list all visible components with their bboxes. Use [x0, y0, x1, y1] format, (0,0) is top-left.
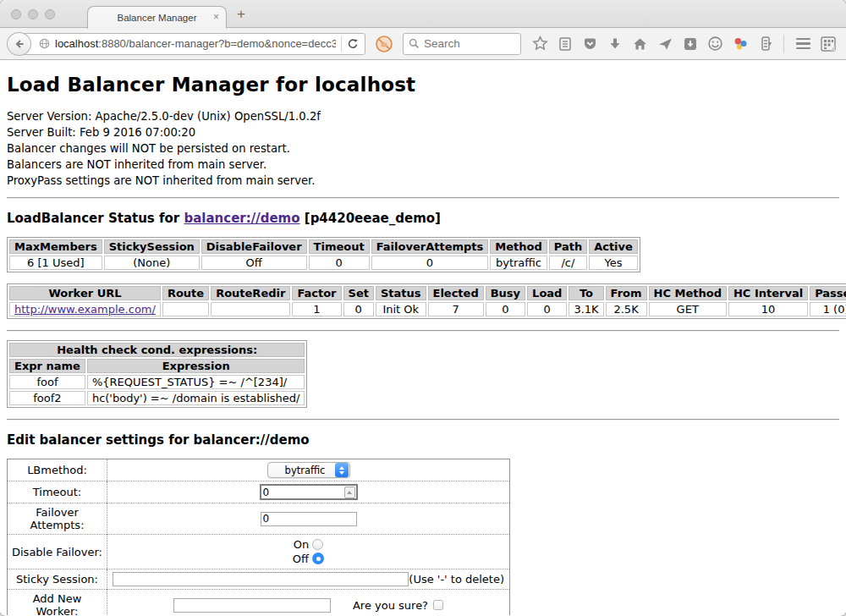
status-heading: LoadBalancer Status for balancer://demo …	[7, 211, 839, 226]
balancers-warning-line: Balancers are NOT inherited from main se…	[7, 157, 839, 173]
send-plane-icon[interactable]	[657, 36, 673, 52]
new-tab-button[interactable]: +	[237, 7, 245, 21]
add-worker-input[interactable]	[174, 599, 330, 612]
worker-url-link[interactable]: http://www.example.com/	[14, 303, 156, 316]
table-caption-row: Health check cond. expressions:	[9, 343, 305, 357]
timeout-input[interactable]	[261, 486, 344, 498]
are-you-sure-label: Are you sure?	[353, 599, 428, 612]
back-button[interactable]	[7, 32, 31, 56]
zoom-window-button[interactable]	[45, 9, 55, 19]
cell-failoverattempts: 0	[371, 256, 489, 270]
url-host: localhost	[55, 37, 98, 50]
cell-hc-interval: 10	[728, 302, 808, 316]
cell-expression: %{REQUEST_STATUS} =~ /^[234]/	[87, 375, 305, 389]
number-stepper-icon[interactable]	[344, 487, 355, 498]
col-passes: Passes	[810, 286, 846, 300]
cell-method: bytraffic	[490, 256, 547, 270]
col-expr-name: Expr name	[9, 359, 85, 373]
balancer-demo-link[interactable]: balancer://demo	[184, 211, 299, 226]
chevron-down-icon: ▾	[768, 40, 772, 47]
cell-to: 3.1K	[569, 302, 603, 316]
cell-maxmembers: 6 [1 Used]	[9, 256, 102, 270]
pocket-icon[interactable]	[582, 36, 598, 52]
browser-window: Balancer Manager × + localhost:8880/bala…	[0, 0, 846, 616]
col-hc-interval: HC Interval	[728, 286, 808, 300]
col-status: Status	[376, 286, 426, 300]
col-disablefailover: DisableFailover	[201, 239, 307, 254]
tab-close-icon[interactable]: ×	[213, 12, 219, 22]
divider	[7, 419, 839, 421]
add-worker-label: Add New Worker:	[8, 590, 107, 616]
cell-worker-url: http://www.example.com/	[9, 302, 161, 316]
cell-set: 0	[343, 302, 374, 316]
cell-timeout: 0	[309, 256, 370, 270]
sticky-input-wrap	[113, 572, 409, 586]
form-row-lbmethod: LBmethod: bytraffic	[8, 459, 510, 481]
cell-busy: 0	[486, 302, 525, 316]
page-content: Load Balancer Manager for localhost Serv…	[0, 60, 846, 615]
status-heading-prefix: LoadBalancer Status for	[7, 211, 179, 226]
col-load: Load	[527, 286, 567, 300]
home-icon[interactable]	[632, 36, 648, 52]
table-row: foof2 hc('body') =~ /domain is establish…	[9, 391, 305, 405]
radio-off-label: Off	[293, 553, 309, 565]
cell-stickysession: (None)	[104, 256, 200, 270]
form-row-add-worker: Add New Worker: Are you sure?	[8, 590, 510, 616]
url-text: localhost:8880/balancer-manager?b=demo&n…	[55, 37, 336, 50]
globe-icon	[39, 38, 50, 49]
chat-smiley-icon[interactable]	[707, 36, 723, 52]
sticky-session-input[interactable]	[113, 573, 408, 586]
radio-on[interactable]	[312, 539, 323, 550]
download-arrow-icon[interactable]	[607, 36, 623, 52]
cell-hc-method: GET	[649, 302, 727, 316]
search-icon	[409, 38, 420, 49]
cell-expr-name: foof2	[9, 391, 85, 405]
menu-hamburger-icon[interactable]	[796, 38, 810, 50]
lbmethod-selected-value: bytraffic	[277, 465, 334, 476]
table-header-row: Expr name Expression	[9, 359, 305, 373]
col-busy: Busy	[486, 286, 525, 300]
cell-active: Yes	[589, 256, 638, 270]
select-stepper-icon	[335, 463, 349, 477]
toolbar-separator	[783, 35, 784, 53]
cell-factor: 1	[292, 302, 341, 316]
reading-list-icon[interactable]	[558, 36, 573, 52]
col-expression: Expression	[87, 359, 305, 373]
disable-failover-label: Disable Failover:	[8, 535, 107, 569]
toolbar-icons: ▾	[532, 35, 837, 53]
tab-title: Balancer Manager	[118, 13, 197, 23]
close-window-button[interactable]	[11, 9, 21, 19]
cell-load: 0	[527, 302, 567, 316]
col-stickysession: StickySession	[104, 239, 200, 254]
col-route: Route	[162, 286, 209, 300]
search-bar[interactable]: Search	[403, 33, 521, 55]
col-elected: Elected	[428, 286, 484, 300]
table-row: 6 [1 Used] (None) Off 0 0 bytraffic /c/ …	[9, 256, 638, 270]
cell-from: 2.5K	[606, 302, 647, 316]
tile-grid-icon[interactable]	[820, 36, 837, 52]
content-blocked-icon[interactable]	[375, 35, 393, 53]
are-you-sure-checkbox[interactable]	[433, 600, 443, 610]
cell-expression: hc('body') =~ /domain is established/	[87, 391, 305, 405]
url-path: :8880/balancer-manager?b=demo&nonce=decc…	[98, 37, 336, 50]
download-panel-icon[interactable]	[683, 36, 698, 52]
radio-off-selected[interactable]	[312, 553, 324, 564]
worker-input-wrap	[173, 598, 331, 613]
table-row: http://www.example.com/ 1 0 Init Ok 7 0 …	[9, 302, 846, 316]
window-controls	[11, 9, 55, 19]
tab-balancer-manager[interactable]: Balancer Manager ×	[87, 6, 227, 29]
timeout-input-wrap	[260, 484, 358, 500]
sidebar-panel-group[interactable]: ▾	[758, 36, 772, 52]
failover-attempts-input[interactable]	[261, 513, 356, 525]
bookmark-star-icon[interactable]	[532, 36, 548, 52]
colored-dots-extension-icon[interactable]	[733, 36, 749, 52]
minimize-window-button[interactable]	[28, 9, 38, 19]
edit-settings-heading: Edit balancer settings for balancer://de…	[7, 432, 839, 448]
cell-passes: 1 (0)	[810, 302, 846, 316]
proxypass-warning-line: ProxyPass settings are NOT inherited fro…	[7, 173, 839, 189]
address-bar[interactable]: localhost:8880/balancer-manager?b=demo&n…	[19, 33, 365, 55]
table-header-row: MaxMembers StickySession DisableFailover…	[9, 239, 638, 254]
lbmethod-select[interactable]: bytraffic	[267, 462, 350, 478]
url-group: localhost:8880/balancer-manager?b=demo&n…	[7, 32, 365, 56]
reload-icon[interactable]	[347, 38, 359, 50]
